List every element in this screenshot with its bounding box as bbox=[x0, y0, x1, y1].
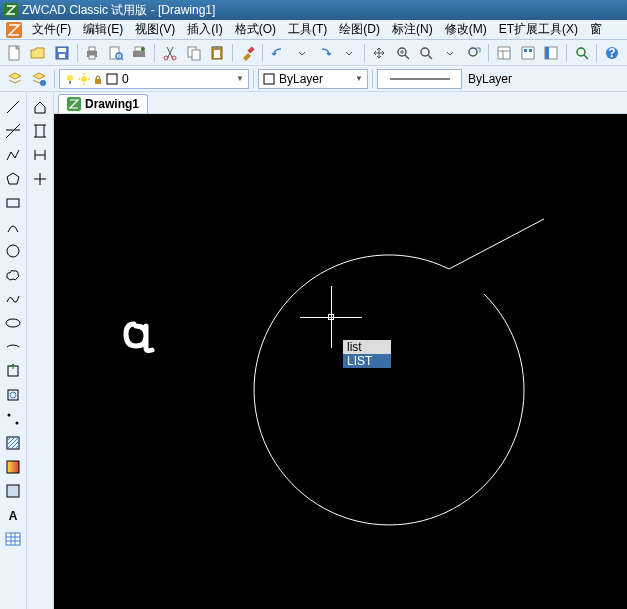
svg-rect-50 bbox=[95, 79, 101, 84]
copy-button[interactable] bbox=[183, 42, 205, 64]
undo-dropdown[interactable] bbox=[291, 42, 313, 64]
aux-tool-4[interactable] bbox=[29, 168, 51, 190]
arc-tool[interactable] bbox=[2, 216, 24, 238]
svg-rect-52 bbox=[264, 74, 274, 84]
circle-tool[interactable] bbox=[2, 240, 24, 262]
zoom-dropdown[interactable] bbox=[439, 42, 461, 64]
svg-point-42 bbox=[40, 80, 46, 86]
match-properties-button[interactable] bbox=[237, 42, 259, 64]
new-button[interactable] bbox=[4, 42, 26, 64]
undo-button[interactable] bbox=[267, 42, 289, 64]
svg-point-64 bbox=[8, 414, 11, 417]
redo-dropdown[interactable] bbox=[338, 42, 360, 64]
command-suggestion[interactable]: LIST bbox=[343, 354, 391, 368]
titlebar: ZWCAD Classic 试用版 - [Drawing1] bbox=[0, 0, 627, 20]
aux-tool-2[interactable] bbox=[29, 120, 51, 142]
layer-manager-button[interactable] bbox=[4, 68, 26, 90]
menu-format[interactable]: 格式(O) bbox=[229, 21, 282, 38]
linetype-combo[interactable] bbox=[377, 69, 462, 89]
open-button[interactable] bbox=[28, 42, 50, 64]
insert-block-tool[interactable] bbox=[2, 360, 24, 382]
color-combo[interactable]: ByLayer ▼ bbox=[258, 69, 368, 89]
sun-icon bbox=[78, 73, 90, 85]
properties-button[interactable] bbox=[493, 42, 515, 64]
text-tool[interactable]: A bbox=[2, 504, 24, 526]
tool-palettes-button[interactable] bbox=[540, 42, 562, 64]
command-autocomplete[interactable]: list LIST bbox=[343, 340, 391, 368]
lightbulb-icon bbox=[64, 73, 76, 85]
color-swatch-icon bbox=[263, 73, 275, 85]
svg-rect-33 bbox=[522, 47, 534, 59]
drawing-tab[interactable]: Drawing1 bbox=[58, 94, 148, 113]
svg-rect-22 bbox=[247, 46, 254, 53]
ellipse-arc-tool[interactable] bbox=[2, 336, 24, 358]
cut-button[interactable] bbox=[159, 42, 181, 64]
line-tool[interactable] bbox=[2, 96, 24, 118]
save-button[interactable] bbox=[51, 42, 73, 64]
point-tool[interactable] bbox=[2, 408, 24, 430]
zoom-previous-button[interactable] bbox=[463, 42, 485, 64]
aux-tool-3[interactable] bbox=[29, 144, 51, 166]
linetype-label: ByLayer bbox=[468, 72, 512, 86]
polygon-tool[interactable] bbox=[2, 168, 24, 190]
aux-tool-1[interactable] bbox=[29, 96, 51, 118]
menu-draw[interactable]: 绘图(D) bbox=[333, 21, 386, 38]
hatch-tool[interactable] bbox=[2, 432, 24, 454]
menu-insert[interactable]: 插入(I) bbox=[181, 21, 228, 38]
paste-button[interactable] bbox=[206, 42, 228, 64]
svg-rect-34 bbox=[524, 49, 527, 52]
make-block-tool[interactable] bbox=[2, 384, 24, 406]
main-area: A Drawing1 bbox=[0, 92, 627, 609]
construction-line-tool[interactable] bbox=[2, 120, 24, 142]
oomagnify-button[interactable] bbox=[571, 42, 593, 64]
separator bbox=[253, 70, 254, 88]
svg-text:A: A bbox=[9, 509, 18, 523]
svg-rect-8 bbox=[89, 55, 95, 59]
chevron-down-icon: ▼ bbox=[355, 74, 363, 83]
menu-window[interactable]: 窗 bbox=[584, 21, 608, 38]
menu-modify[interactable]: 修改(M) bbox=[439, 21, 493, 38]
zoom-realtime-button[interactable] bbox=[392, 42, 414, 64]
layer-properties-button[interactable] bbox=[28, 68, 50, 90]
svg-point-45 bbox=[81, 76, 87, 82]
zoom-button[interactable] bbox=[416, 42, 438, 64]
app-logo-icon bbox=[4, 3, 18, 17]
redo-button[interactable] bbox=[315, 42, 337, 64]
menu-tools[interactable]: 工具(T) bbox=[282, 21, 333, 38]
app-menu-icon[interactable] bbox=[6, 22, 22, 38]
svg-text:?: ? bbox=[609, 46, 616, 60]
svg-line-67 bbox=[7, 437, 11, 441]
revision-cloud-tool[interactable] bbox=[2, 264, 24, 286]
rectangle-tool[interactable] bbox=[2, 192, 24, 214]
region-tool[interactable] bbox=[2, 480, 24, 502]
menu-view[interactable]: 视图(V) bbox=[129, 21, 181, 38]
menu-et-extend[interactable]: ET扩展工具(X) bbox=[493, 21, 584, 38]
spline-tool[interactable] bbox=[2, 288, 24, 310]
gradient-tool[interactable] bbox=[2, 456, 24, 478]
polyline-tool[interactable] bbox=[2, 144, 24, 166]
drawing-canvas[interactable]: list LIST bbox=[54, 114, 627, 609]
print-preview-button[interactable] bbox=[105, 42, 127, 64]
drawing-geometry bbox=[54, 114, 627, 609]
design-center-button[interactable] bbox=[517, 42, 539, 64]
table-tool[interactable] bbox=[2, 528, 24, 550]
publish-button[interactable] bbox=[129, 42, 151, 64]
svg-line-55 bbox=[6, 124, 20, 138]
layer-combo[interactable]: 0 ▼ bbox=[59, 69, 249, 89]
separator bbox=[154, 44, 155, 62]
aux-toolbar bbox=[27, 92, 54, 609]
svg-rect-44 bbox=[69, 81, 71, 84]
menu-dimension[interactable]: 标注(N) bbox=[386, 21, 439, 38]
menu-edit[interactable]: 编辑(E) bbox=[77, 21, 129, 38]
svg-rect-35 bbox=[529, 49, 532, 52]
help-button[interactable]: ? bbox=[601, 42, 623, 64]
menu-file[interactable]: 文件(F) bbox=[26, 21, 77, 38]
svg-line-54 bbox=[7, 101, 19, 113]
separator bbox=[364, 44, 365, 62]
lock-icon bbox=[92, 73, 104, 85]
pan-button[interactable] bbox=[369, 42, 391, 64]
svg-line-24 bbox=[405, 55, 409, 59]
ellipse-tool[interactable] bbox=[2, 312, 24, 334]
print-button[interactable] bbox=[82, 42, 104, 64]
svg-rect-5 bbox=[59, 54, 65, 58]
